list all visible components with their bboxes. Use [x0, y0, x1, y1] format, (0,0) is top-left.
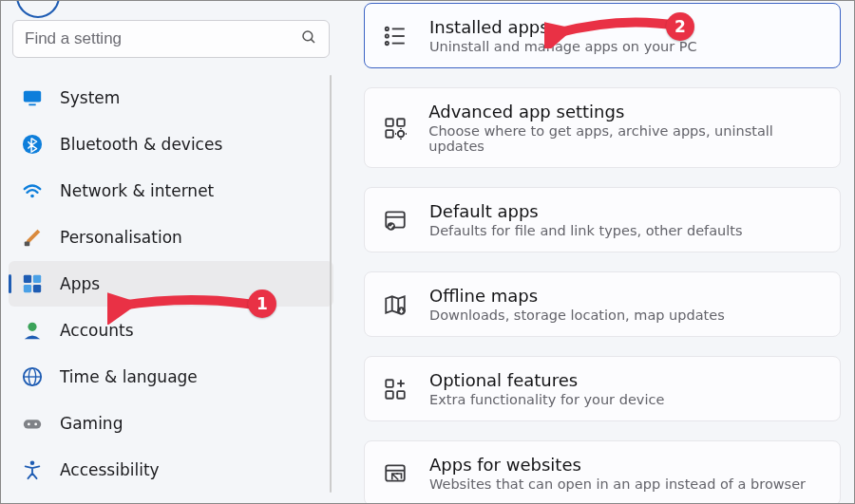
- card-offline-maps[interactable]: Offline maps Downloads, storage location…: [364, 271, 841, 337]
- svg-point-12: [28, 323, 36, 331]
- svg-point-1: [303, 31, 313, 41]
- card-title: Apps for websites: [429, 455, 806, 475]
- nav-label: Accounts: [60, 321, 134, 340]
- svg-rect-10: [24, 285, 31, 292]
- nav-label: Time & language: [60, 367, 198, 386]
- card-title: Installed apps: [429, 17, 697, 37]
- svg-point-18: [34, 423, 37, 426]
- nav-label: System: [60, 88, 120, 107]
- card-title: Offline maps: [429, 286, 725, 306]
- nav-label: Gaming: [60, 414, 123, 433]
- svg-rect-27: [397, 119, 405, 126]
- card-subtitle: Defaults for file and link types, other …: [429, 223, 743, 238]
- websites-icon: [382, 460, 408, 487]
- nav-label: Network & internet: [60, 181, 214, 200]
- svg-rect-37: [386, 391, 393, 399]
- card-apps-for-websites[interactable]: Apps for websites Websites that can open…: [364, 440, 841, 503]
- search-field[interactable]: [25, 29, 300, 48]
- apps-icon: [22, 273, 43, 294]
- nav-label: Accessibility: [60, 460, 160, 479]
- sidebar-item-accessibility[interactable]: Accessibility: [9, 447, 333, 493]
- nav-list: System Bluetooth & devices Network & int…: [9, 75, 333, 493]
- display-icon: [22, 87, 43, 108]
- map-download-icon: [382, 291, 408, 318]
- wifi-icon: [22, 180, 43, 201]
- card-subtitle: Extra functionality for your device: [429, 392, 664, 407]
- svg-point-19: [30, 460, 35, 465]
- svg-rect-11: [33, 285, 41, 292]
- svg-point-6: [30, 195, 34, 198]
- card-subtitle: Websites that can open in an app instead…: [429, 476, 806, 492]
- sidebar-item-gaming[interactable]: Gaming: [9, 401, 333, 446]
- card-default-apps[interactable]: Default apps Defaults for file and link …: [364, 187, 841, 252]
- svg-rect-4: [28, 103, 35, 105]
- svg-point-24: [386, 41, 389, 44]
- sidebar: System Bluetooth & devices Network & int…: [1, 1, 341, 503]
- svg-rect-38: [397, 391, 405, 399]
- bluetooth-icon: [22, 134, 43, 155]
- person-icon: [22, 320, 43, 341]
- settings-window: System Bluetooth & devices Network & int…: [1, 1, 854, 503]
- sidebar-item-apps[interactable]: Apps: [9, 261, 333, 307]
- search-settings-input[interactable]: [12, 20, 330, 58]
- svg-point-29: [397, 130, 404, 137]
- svg-rect-36: [386, 380, 393, 387]
- svg-point-22: [386, 34, 389, 37]
- sidebar-item-bluetooth[interactable]: Bluetooth & devices: [9, 121, 333, 167]
- brush-icon: [22, 227, 43, 248]
- card-subtitle: Choose where to get apps, archive apps, …: [428, 123, 823, 154]
- list-icon: [382, 23, 408, 49]
- card-subtitle: Uninstall and manage apps on your PC: [429, 39, 697, 54]
- svg-rect-9: [33, 275, 41, 283]
- sidebar-item-system[interactable]: System: [9, 75, 333, 121]
- svg-rect-16: [24, 420, 41, 428]
- card-title: Advanced app settings: [428, 102, 823, 121]
- card-title: Optional features: [429, 370, 664, 390]
- svg-rect-8: [24, 275, 31, 283]
- profile-avatar-edge: [9, 1, 333, 12]
- accessibility-icon: [22, 459, 43, 480]
- sidebar-item-time-language[interactable]: Time & language: [9, 354, 333, 400]
- browser-check-icon: [382, 207, 408, 233]
- svg-rect-28: [386, 130, 393, 138]
- card-optional-features[interactable]: Optional features Extra functionality fo…: [364, 356, 841, 421]
- svg-rect-3: [24, 91, 41, 103]
- svg-rect-26: [386, 119, 393, 126]
- globe-clock-icon: [22, 366, 43, 387]
- sidebar-item-network[interactable]: Network & internet: [9, 168, 333, 214]
- nav-label: Apps: [60, 274, 100, 293]
- svg-point-0: [17, 0, 59, 17]
- svg-point-20: [386, 27, 389, 29]
- nav-label: Personalisation: [60, 228, 182, 247]
- svg-rect-7: [25, 242, 30, 247]
- gamepad-icon: [22, 413, 43, 434]
- apps-content: Installed apps Uninstall and manage apps…: [341, 1, 854, 503]
- card-advanced-app-settings[interactable]: Advanced app settings Choose where to ge…: [364, 87, 841, 168]
- add-feature-icon: [382, 376, 408, 402]
- nav-label: Bluetooth & devices: [60, 135, 222, 154]
- card-title: Default apps: [429, 201, 743, 221]
- card-installed-apps[interactable]: Installed apps Uninstall and manage apps…: [364, 3, 841, 68]
- svg-line-2: [311, 39, 314, 43]
- svg-point-17: [28, 423, 30, 426]
- search-icon: [300, 28, 317, 49]
- apps-gear-icon: [382, 115, 408, 141]
- card-subtitle: Downloads, storage location, map updates: [429, 308, 725, 323]
- sidebar-item-accounts[interactable]: Accounts: [9, 308, 333, 353]
- sidebar-item-personalisation[interactable]: Personalisation: [9, 215, 333, 260]
